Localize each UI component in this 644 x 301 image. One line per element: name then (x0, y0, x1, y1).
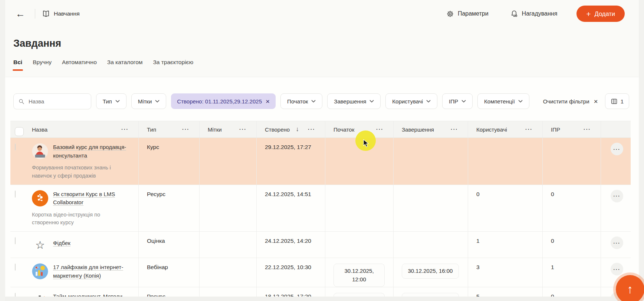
header-type-label: Тип (147, 126, 156, 133)
chevron-down-icon (461, 100, 466, 103)
close-icon[interactable]: × (266, 98, 270, 105)
filter-users-label: Користувачі (392, 98, 423, 105)
start-cell (325, 185, 394, 232)
row-title-text: 17 лайфхаків для інтернет-маркетингу (Ко… (53, 264, 123, 279)
reminders-button[interactable]: Нагадування (508, 9, 560, 18)
assignments-table: Назва ··· Тип ··· Мітки ··· Створено ↓ ·… (10, 121, 631, 301)
end-date-field[interactable]: 30.12.2025, 16:00 (402, 264, 459, 279)
bell-icon (510, 10, 518, 18)
filter-users[interactable]: Користувачі (385, 93, 437, 109)
row-checkbox[interactable] (15, 264, 16, 271)
topbar: ← Навчання Параметри (5, 0, 639, 27)
row-checkbox-cell (10, 185, 30, 232)
row-title-link[interactable]: Базовий курс для продавця-консультанта (53, 143, 133, 160)
row-checkbox[interactable] (15, 191, 16, 198)
search-box[interactable] (13, 93, 91, 109)
scroll-to-top-button[interactable]: ↑ (616, 275, 644, 301)
column-menu-icon[interactable]: ··· (584, 126, 591, 132)
clear-filters-button[interactable]: Очистити фільтри × (541, 97, 600, 105)
ipr-cell: 0 (543, 185, 601, 232)
filter-tags[interactable]: Мітки (131, 93, 167, 109)
table-row[interactable]: ☆ Фідбек Оцінка 24.12.2025, 14:20 1 0 ··… (10, 232, 631, 258)
filter-competencies[interactable]: Компетенції (477, 93, 529, 109)
chevron-down-icon (115, 100, 120, 103)
created-cell: 29.12.2025, 17:27 (257, 138, 325, 185)
sort-desc-icon[interactable]: ↓ (296, 126, 299, 133)
tags-cell (200, 232, 257, 258)
tab-by-catalog[interactable]: За каталогом (107, 58, 143, 71)
clear-filters-label: Очистити фільтри (543, 98, 589, 105)
row-title-text: Базовий курс для продавця-консультанта (53, 144, 126, 159)
filter-end[interactable]: Завершення (327, 93, 381, 109)
column-menu-icon[interactable]: ··· (239, 126, 247, 132)
header-end: Завершення ··· (394, 121, 468, 138)
name-cell: 17 лайфхаків для інтернет-маркетингу (Ко… (30, 258, 139, 287)
app-screen: ← Навчання Параметри (0, 0, 644, 301)
column-menu-icon[interactable]: ··· (376, 126, 384, 132)
search-input[interactable] (28, 98, 86, 105)
filter-created-chip[interactable]: Створено: 01.11.2025,29.12.2025 × (171, 93, 276, 109)
row-title-text: Фідбек (53, 240, 70, 247)
row-checkbox[interactable] (15, 143, 16, 150)
column-menu-icon[interactable]: ··· (121, 126, 129, 132)
tab-by-trajectory[interactable]: За траєкторією (153, 58, 193, 71)
end-cell (394, 185, 468, 232)
filter-competencies-label: Компетенції (484, 98, 515, 105)
back-button[interactable]: ← (13, 7, 28, 20)
select-all-checkbox[interactable] (15, 127, 24, 136)
columns-count: 1 (621, 98, 624, 105)
page-title: Завдання (13, 38, 61, 49)
settings-label: Параметри (458, 10, 489, 17)
table-row[interactable]: 17 лайфхаків для інтернет-маркетингу (Ко… (10, 258, 631, 287)
arrow-up-icon: ↑ (627, 282, 633, 296)
chevron-down-icon (518, 100, 523, 103)
row-menu-button[interactable]: ··· (611, 263, 623, 275)
filter-created-label: Створено: 01.11.2025,29.12.2025 (177, 98, 262, 105)
filter-type[interactable]: Тип (96, 93, 126, 109)
row-description: Формування початкових знань і навичок у … (32, 164, 123, 180)
users-cell: 0 (468, 185, 543, 232)
tab-manual[interactable]: Вручну (33, 58, 52, 71)
close-icon: × (594, 98, 598, 105)
chevron-down-icon (426, 100, 431, 103)
created-cell: 24.12.2025, 14:51 (257, 185, 325, 232)
tags-cell (200, 138, 257, 185)
row-checkbox-cell (10, 138, 30, 185)
row-menu-button[interactable]: ··· (611, 236, 623, 249)
start-date-field[interactable]: 30.12.2025, 12:00 (334, 264, 385, 287)
star-icon: ☆ (32, 237, 48, 253)
row-menu-button[interactable]: ··· (611, 143, 623, 155)
row-checkbox[interactable] (15, 237, 16, 244)
settings-button[interactable]: Параметри (444, 10, 491, 18)
header-tags-label: Мітки (208, 126, 222, 133)
type-cell: Ресурс (139, 185, 200, 232)
row-title-link[interactable]: 17 лайфхаків для інтернет-маркетингу (Ко… (53, 263, 133, 280)
tab-all[interactable]: Всі (13, 58, 22, 71)
header-actions (601, 121, 631, 138)
reminders-label: Нагадування (522, 10, 558, 17)
tab-automatic[interactable]: Автоматично (62, 58, 97, 71)
header-ipr-label: ІПР (551, 126, 560, 133)
column-menu-icon[interactable]: ··· (308, 126, 315, 132)
filter-start[interactable]: Початок (280, 93, 322, 109)
created-cell: 24.12.2025, 14:20 (257, 232, 325, 258)
header-tags: Мітки ··· (200, 121, 257, 138)
row-title-link[interactable]: Як створити Курс в LMS Collaborator (53, 190, 133, 207)
add-label: Додати (595, 10, 615, 17)
column-menu-icon[interactable]: ··· (182, 126, 190, 132)
table-row[interactable]: Як створити Курс в LMS Collaborator Коро… (10, 185, 631, 232)
column-menu-icon[interactable]: ··· (451, 126, 458, 132)
header-users-label: Користувачі (476, 126, 507, 133)
columns-settings-button[interactable]: 1 (605, 93, 629, 109)
row-title-link[interactable]: Фідбек (53, 237, 133, 253)
add-button[interactable]: + Додати (576, 6, 625, 22)
topbar-actions: Параметри Нагадування + Додати (444, 6, 625, 22)
filter-ipr[interactable]: ІПР (442, 93, 473, 109)
name-cell: ☆ Фідбек (30, 232, 139, 258)
column-menu-icon[interactable]: ··· (525, 126, 533, 132)
book-icon (42, 10, 50, 17)
table-row[interactable]: Базовий курс для продавця-консультанта Ф… (10, 138, 631, 185)
search-icon (18, 98, 24, 105)
breadcrumb[interactable]: Навчання (42, 10, 80, 17)
row-menu-button[interactable]: ··· (611, 190, 623, 202)
